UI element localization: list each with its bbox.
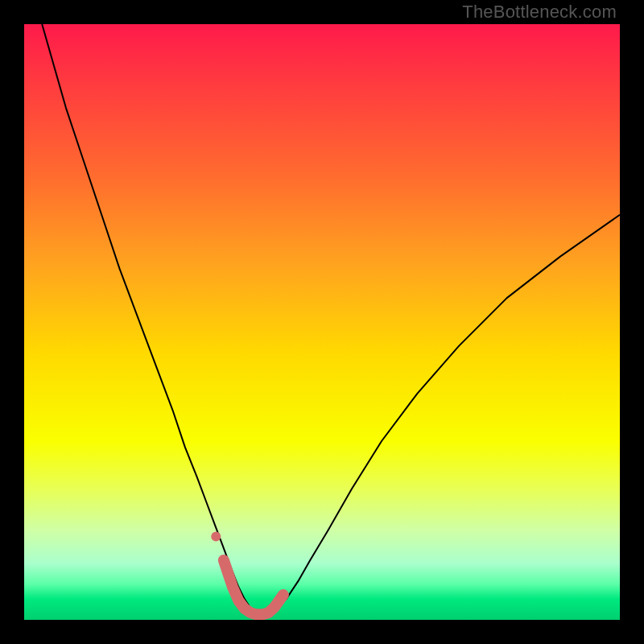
watermark-text: TheBottleneck.com (462, 2, 617, 23)
optimal-range-marker (224, 560, 283, 614)
bottleneck-curve (42, 24, 620, 617)
chart-frame: TheBottleneck.com (0, 0, 644, 644)
optimal-dot (211, 531, 221, 541)
plot-area (24, 24, 620, 620)
chart-svg (24, 24, 620, 620)
